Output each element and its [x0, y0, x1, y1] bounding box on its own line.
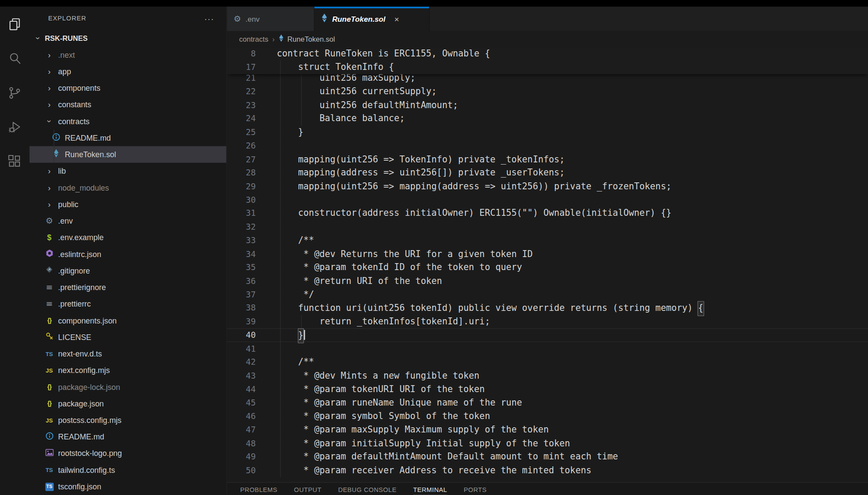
code-line-25[interactable]: 25 }	[227, 125, 868, 139]
activity-extensions[interactable]	[0, 144, 30, 178]
braces-icon: {}	[47, 317, 51, 324]
sticky-scroll[interactable]: 8contract RuneToken is ERC1155, Ownable …	[227, 47, 868, 74]
panel-tab-problems[interactable]: PROBLEMS	[240, 483, 277, 493]
code-line-23[interactable]: 23 uint256 defaultMintAmount;	[227, 99, 868, 112]
more-actions-icon[interactable]: ···	[204, 13, 214, 23]
code-line-22[interactable]: 22 uint256 currentSupply;	[227, 85, 868, 99]
panel-tab-output[interactable]: OUTPUT	[294, 483, 321, 493]
tab--env[interactable]: ⚙.env	[227, 7, 314, 31]
sidebar-item-tailwind-config-ts[interactable]: TStailwind.config.ts	[30, 462, 227, 478]
sidebar-item--prettierrc[interactable]: ≡.prettierrc	[30, 296, 227, 312]
line-number: 8	[227, 47, 256, 60]
line-content: * @param symbol Symbol of the token	[277, 409, 490, 423]
sticky-line-17[interactable]: 17 struct TokenInfo {	[227, 61, 868, 74]
breadcrumb-folder[interactable]: contracts	[239, 35, 268, 43]
indent-guide	[280, 342, 281, 356]
panel-tab-ports[interactable]: PORTS	[464, 483, 487, 493]
code-line-43[interactable]: 43 * @dev Mints a new fungible token	[227, 369, 868, 383]
activity-explorer[interactable]	[0, 7, 30, 41]
line-content: function uri(uint256 tokenId) public vie…	[277, 301, 703, 315]
sidebar-item-package-lock-json[interactable]: {}package-lock.json	[30, 379, 227, 395]
code-line-33[interactable]: 33 /**	[227, 234, 868, 247]
code-line-48[interactable]: 48 * @param initialSupply Initial supply…	[227, 437, 868, 450]
sidebar-item-runetoken-sol[interactable]: RuneToken.sol	[30, 146, 227, 163]
code-line-42[interactable]: 42 /**	[227, 356, 868, 369]
code-line-45[interactable]: 45 * @param runeName Unique name of the …	[227, 396, 868, 409]
sidebar-item-readme-md[interactable]: README.md	[30, 129, 227, 146]
sidebar-item-postcss-config-mjs[interactable]: JSpostcss.config.mjs	[30, 412, 227, 429]
sidebar-item--eslintrc-json[interactable]: .eslintrc.json	[30, 246, 227, 262]
tab-runetoken-sol[interactable]: RuneToken.sol×	[314, 7, 429, 31]
panel-tab-debug-console[interactable]: DEBUG CONSOLE	[338, 483, 397, 493]
sidebar-folder-components[interactable]: ›components	[30, 80, 227, 96]
file-label: tsconfig.json	[58, 482, 101, 491]
javascript-icon: JS	[46, 417, 53, 423]
sidebar-folder--next[interactable]: ›.next	[30, 46, 227, 63]
sidebar-item-next-env-d-ts[interactable]: TSnext-env.d.ts	[30, 346, 227, 362]
code-line-36[interactable]: 36 * @return URI of the token	[227, 274, 868, 288]
file-label: .prettierignore	[58, 283, 106, 291]
file-tree: ›.next›app›components›constants›contract…	[30, 46, 227, 495]
code-line-39[interactable]: 39 return _tokenInfos[tokenId].uri;	[227, 315, 868, 328]
code-line-34[interactable]: 34 * @dev Returns the URI for a given to…	[227, 247, 868, 261]
sidebar-folder-app[interactable]: ›app	[30, 63, 227, 79]
code-line-49[interactable]: 49 * @param defaultMintAmount Default am…	[227, 450, 868, 464]
code-line-44[interactable]: 44 * @param tokenURI URI of the token	[227, 383, 868, 396]
sidebar-item-license[interactable]: LICENSE	[30, 329, 227, 345]
sidebar-folder-contracts[interactable]: ›contracts	[30, 113, 227, 129]
code-line-24[interactable]: 24 Balance balance;	[227, 112, 868, 125]
file-label: next.config.mjs	[58, 366, 110, 375]
sidebar-folder-public[interactable]: ›public	[30, 196, 227, 212]
file-label: components.json	[58, 316, 117, 325]
code-line-29[interactable]: 29 mapping(uint256 => mapping(address =>…	[227, 180, 868, 193]
close-icon[interactable]: ×	[394, 14, 399, 24]
sidebar-item-tsconfig-json[interactable]: TStsconfig.json	[30, 478, 227, 495]
line-content: }	[277, 328, 305, 342]
code-line-30[interactable]: 30	[227, 193, 868, 207]
panel-tab-terminal[interactable]: TERMINAL	[413, 483, 447, 493]
line-number: 40	[227, 328, 256, 342]
line-number: 44	[227, 383, 256, 396]
code-line-26[interactable]: 26	[227, 139, 868, 152]
sidebar-item-components-json[interactable]: {}components.json	[30, 312, 227, 329]
code-line-41[interactable]: 41	[227, 342, 868, 356]
activity-source-control[interactable]	[0, 75, 30, 109]
sidebar-item-rootstock-logo-png[interactable]: rootstock-logo.png	[30, 445, 227, 462]
file-label: contracts	[58, 117, 89, 125]
line-content: * @param tokenId ID of the token to quer…	[277, 261, 522, 274]
activity-run-debug[interactable]	[0, 109, 30, 144]
sidebar-item-next-config-mjs[interactable]: JSnext.config.mjs	[30, 362, 227, 379]
code-line-46[interactable]: 46 * @param symbol Symbol of the token	[227, 409, 868, 423]
tab-label: .env	[245, 15, 260, 23]
sidebar-item-rsk-runes[interactable]: › RSK-RUNES	[30, 30, 227, 46]
sidebar-item--env[interactable]: ⚙.env	[30, 213, 227, 229]
code-line-50[interactable]: 50 * @param receiver Address to receive …	[227, 464, 868, 477]
sidebar-item--prettierignore[interactable]: ≡.prettierignore	[30, 279, 227, 296]
sidebar-folder-lib[interactable]: ›lib	[30, 163, 227, 179]
code-line-40[interactable]: 40 }	[227, 328, 868, 342]
sidebar-item--gitignore[interactable]: .gitignore	[30, 262, 227, 279]
activity-search[interactable]	[0, 41, 30, 75]
breadcrumb[interactable]: contracts › RuneToken.sol	[227, 31, 868, 47]
chevron-down-icon: ›	[46, 120, 53, 122]
code-line-28[interactable]: 28 mapping(address => uint256[]) private…	[227, 166, 868, 180]
file-label: LICENSE	[58, 333, 91, 341]
code-line-32[interactable]: 32	[227, 220, 868, 234]
breadcrumb-file[interactable]: RuneToken.sol	[287, 35, 335, 43]
code-line-35[interactable]: 35 * @param tokenId ID of the token to q…	[227, 261, 868, 274]
sticky-line-8[interactable]: 8contract RuneToken is ERC1155, Ownable …	[227, 47, 868, 60]
code-line-37[interactable]: 37 */	[227, 288, 868, 301]
sidebar-item--env-example[interactable]: $.env.example	[30, 229, 227, 246]
sidebar-folder-constants[interactable]: ›constants	[30, 96, 227, 113]
sidebar-folder-node-modules[interactable]: ›node_modules	[30, 179, 227, 196]
code-line-38[interactable]: 38 function uri(uint256 tokenId) public …	[227, 301, 868, 315]
line-content: * @param initialSupply Initial supply of…	[277, 437, 570, 450]
code-line-47[interactable]: 47 * @param maxSupply Maximum supply of …	[227, 423, 868, 436]
sidebar-item-package-json[interactable]: {}package.json	[30, 395, 227, 412]
code-line-27[interactable]: 27 mapping(uint256 => TokenInfo) private…	[227, 152, 868, 166]
code-line-31[interactable]: 31 constructor(address initialOwner) ERC…	[227, 207, 868, 220]
sidebar-item-readme-md[interactable]: README.md	[30, 429, 227, 445]
line-content: * @dev Mints a new fungible token	[277, 369, 479, 383]
code-editor[interactable]: 21 uint256 maxSupply;22 uint256 currentS…	[227, 47, 868, 495]
chevron-down-icon: ›	[34, 34, 42, 43]
